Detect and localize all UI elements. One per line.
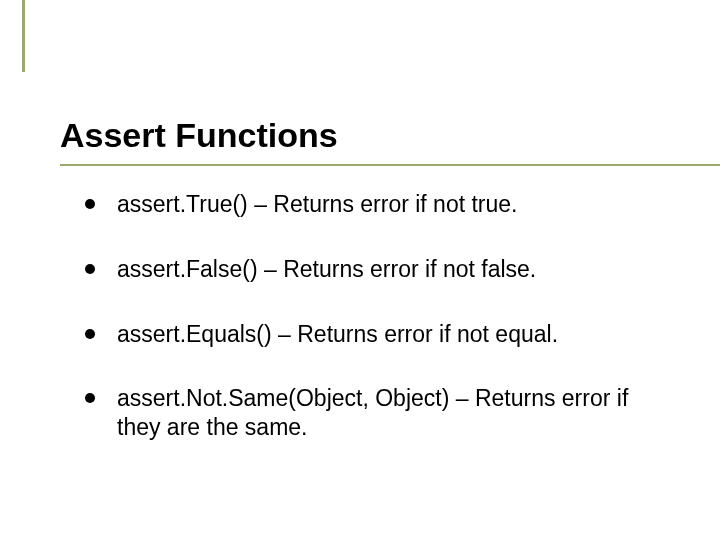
list-item: assert.False() – Returns error if not fa… — [85, 255, 670, 284]
list-item: assert.True() – Returns error if not tru… — [85, 190, 670, 219]
slide-title: Assert Functions — [60, 116, 680, 155]
bullet-text: assert.False() – Returns error if not fa… — [117, 255, 670, 284]
bullet-text: assert.Equals() – Returns error if not e… — [117, 320, 670, 349]
title-area: Assert Functions — [60, 116, 680, 165]
slide: Assert Functions assert.True() – Returns… — [0, 0, 720, 540]
bullet-icon — [85, 264, 95, 274]
bullet-text: assert.Not.Same(Object, Object) – Return… — [117, 384, 670, 442]
accent-vertical-line — [22, 0, 25, 72]
bullet-icon — [85, 393, 95, 403]
bullet-text: assert.True() – Returns error if not tru… — [117, 190, 670, 219]
bullet-icon — [85, 199, 95, 209]
list-item: assert.Not.Same(Object, Object) – Return… — [85, 384, 670, 442]
bullet-icon — [85, 329, 95, 339]
list-item: assert.Equals() – Returns error if not e… — [85, 320, 670, 349]
title-underline — [60, 164, 720, 166]
bullet-list: assert.True() – Returns error if not tru… — [85, 190, 670, 478]
